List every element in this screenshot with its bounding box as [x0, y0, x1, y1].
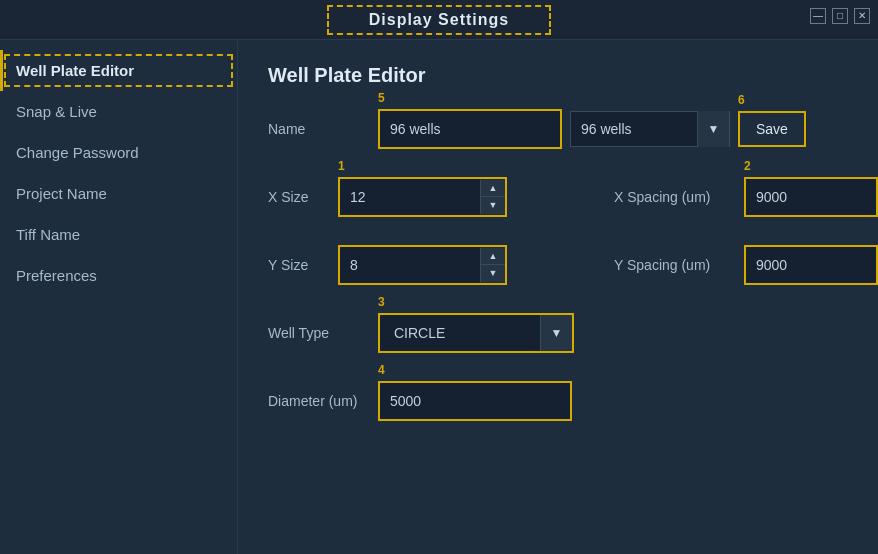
- sidebar-item-project-name[interactable]: Project Name: [0, 173, 237, 214]
- name-row: Name 5 96 wells ▼ 6 Save: [268, 109, 878, 149]
- ysize-increment[interactable]: ▲: [481, 248, 505, 265]
- welltype-badge: 3: [378, 295, 385, 309]
- dropdown-arrow-icon[interactable]: ▼: [697, 111, 729, 147]
- sidebar: Well Plate Editor Snap & Live Change Pas…: [0, 40, 238, 554]
- yspacing-input[interactable]: [746, 247, 876, 283]
- ysize-decrement[interactable]: ▼: [481, 265, 505, 282]
- xspacing-row: X Spacing (um) 2: [614, 177, 878, 217]
- main-content: Well Plate Editor Name 5 96 wells ▼ 6 Sa…: [238, 40, 878, 554]
- xsize-label: X Size: [268, 189, 338, 205]
- xsize-spinner: ▲ ▼: [480, 180, 505, 214]
- xsize-increment[interactable]: ▲: [481, 180, 505, 197]
- name-input[interactable]: [380, 111, 560, 147]
- xsize-decrement[interactable]: ▼: [481, 197, 505, 214]
- save-button-wrap: 6 Save: [738, 111, 806, 147]
- yspacing-row: Y Spacing (um): [614, 245, 878, 285]
- xsize-badge: 1: [338, 159, 345, 173]
- maximize-button[interactable]: □: [832, 8, 848, 24]
- sidebar-item-snap-live[interactable]: Snap & Live: [0, 91, 237, 132]
- xsize-row: X Size 1 ▲ ▼: [268, 177, 574, 217]
- minimize-button[interactable]: —: [810, 8, 826, 24]
- welltype-label: Well Type: [268, 325, 378, 341]
- welltype-value: CIRCLE: [380, 315, 540, 351]
- welltype-row: Well Type 3 CIRCLE ▼: [268, 313, 574, 353]
- name-badge: 5: [378, 91, 385, 105]
- xsize-input[interactable]: [340, 179, 480, 215]
- xsize-input-wrap: ▲ ▼: [338, 177, 507, 217]
- yspacing-input-wrap: [744, 245, 878, 285]
- title-bar: Display Settings — □ ✕: [0, 0, 878, 40]
- save-button[interactable]: Save: [738, 111, 806, 147]
- xspacing-label: X Spacing (um): [614, 189, 744, 205]
- xspacing-input-wrap: [744, 177, 878, 217]
- yspacing-label: Y Spacing (um): [614, 257, 744, 273]
- name-label: Name: [268, 121, 378, 137]
- sidebar-item-well-plate-editor[interactable]: Well Plate Editor: [0, 50, 237, 91]
- sidebar-item-preferences[interactable]: Preferences: [0, 255, 237, 296]
- name-dropdown[interactable]: 96 wells ▼: [570, 111, 730, 147]
- ysize-row: Y Size ▲ ▼: [268, 245, 574, 285]
- app-body: Well Plate Editor Snap & Live Change Pas…: [0, 40, 878, 554]
- diameter-row: Diameter (um) 4: [268, 381, 574, 421]
- save-badge: 6: [738, 93, 745, 107]
- name-input-wrap: [378, 109, 562, 149]
- welltype-arrow-icon[interactable]: ▼: [540, 315, 572, 351]
- window-title: Display Settings: [327, 5, 551, 35]
- window-controls: — □ ✕: [810, 8, 870, 24]
- diameter-input-wrap: [378, 381, 572, 421]
- close-button[interactable]: ✕: [854, 8, 870, 24]
- section-title: Well Plate Editor: [268, 64, 878, 87]
- diameter-badge: 4: [378, 363, 385, 377]
- xspacing-badge: 2: [744, 159, 751, 173]
- sidebar-item-tiff-name[interactable]: Tiff Name: [0, 214, 237, 255]
- sidebar-item-change-password[interactable]: Change Password: [0, 132, 237, 173]
- ysize-input[interactable]: [340, 247, 480, 283]
- xspacing-input[interactable]: [746, 179, 876, 215]
- diameter-input[interactable]: [380, 383, 570, 419]
- ysize-spinner: ▲ ▼: [480, 248, 505, 282]
- welltype-dropdown[interactable]: CIRCLE ▼: [378, 313, 574, 353]
- ysize-label: Y Size: [268, 257, 338, 273]
- dropdown-value: 96 wells: [571, 121, 697, 137]
- diameter-label: Diameter (um): [268, 393, 378, 409]
- ysize-input-wrap: ▲ ▼: [338, 245, 507, 285]
